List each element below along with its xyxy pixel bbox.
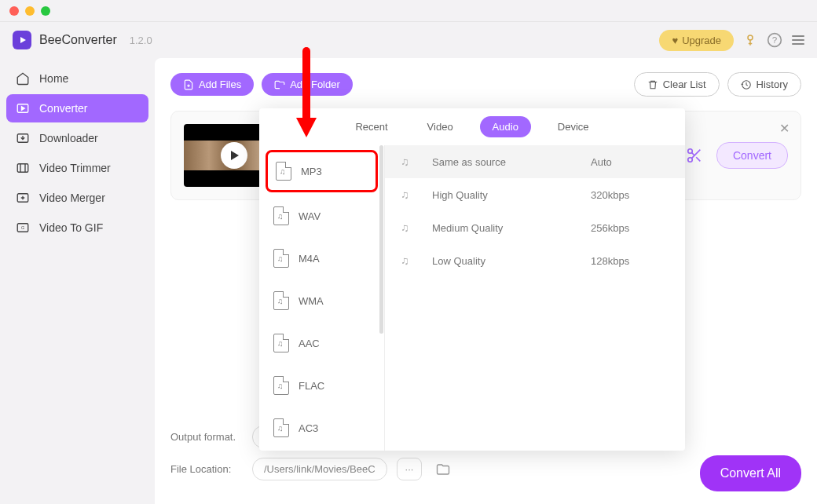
- clear-list-button[interactable]: Clear List: [634, 72, 720, 97]
- converter-icon: [16, 101, 30, 115]
- add-folder-button[interactable]: Add Folder: [262, 73, 353, 96]
- quality-list: ♫ Same as source Auto ♫ High Quality 320…: [385, 145, 685, 451]
- key-icon[interactable]: [743, 33, 757, 47]
- scissors-icon: [686, 147, 703, 164]
- format-item-aac[interactable]: AAC: [266, 324, 378, 362]
- quality-bitrate: 320kbps: [591, 189, 669, 201]
- history-button[interactable]: History: [727, 72, 801, 97]
- upgrade-button[interactable]: ♥ Upgrade: [659, 30, 734, 51]
- app-logo-icon: [13, 31, 31, 49]
- convert-button[interactable]: Convert: [716, 142, 788, 169]
- sidebar-item-label: Home: [39, 72, 68, 85]
- format-list[interactable]: MP3 WAV M4A WMA AAC FLAC: [259, 145, 385, 451]
- toolbar-left: Add Files Add Folder: [170, 73, 353, 96]
- window-controls: [9, 6, 50, 16]
- history-icon: [741, 79, 752, 90]
- quality-item-high[interactable]: ♫ High Quality 320kbps: [385, 178, 685, 211]
- svg-point-11: [688, 149, 693, 154]
- titlebar: [0, 0, 817, 22]
- tab-video[interactable]: Video: [415, 116, 466, 137]
- audio-file-icon: [273, 334, 289, 352]
- tab-recent[interactable]: Recent: [343, 116, 400, 137]
- convert-label: Convert: [733, 149, 771, 162]
- close-window-button[interactable]: [9, 6, 19, 16]
- sidebar-item-label: Downloader: [39, 132, 98, 144]
- file-plus-icon: [183, 79, 194, 90]
- maximize-window-button[interactable]: [41, 6, 50, 16]
- close-card-button[interactable]: ✕: [779, 121, 790, 136]
- format-label: WMA: [299, 295, 324, 307]
- audio-file-icon: [273, 249, 289, 268]
- trash-icon: [647, 79, 658, 90]
- header-right: ♥ Upgrade ?: [659, 30, 804, 51]
- audio-file-icon: [273, 206, 289, 225]
- merger-icon: [16, 191, 30, 205]
- format-label: AAC: [299, 338, 320, 349]
- history-label: History: [757, 79, 788, 90]
- format-label: FLAC: [299, 380, 324, 392]
- gif-icon: G: [16, 221, 30, 235]
- sidebar-item-label: Video Trimmer: [39, 162, 111, 174]
- header: BeeConverter 1.2.0 ♥ Upgrade ?: [0, 22, 817, 58]
- format-popup: Recent Video Audio Device MP3 WAV M4A WM…: [259, 108, 685, 451]
- quality-name: Low Quality: [432, 255, 573, 267]
- svg-text:G: G: [21, 225, 24, 230]
- scrollbar-thumb[interactable]: [379, 145, 383, 334]
- svg-point-12: [688, 158, 693, 163]
- open-folder-button[interactable]: [431, 459, 455, 480]
- music-note-icon: ♫: [401, 155, 415, 168]
- menu-icon[interactable]: [792, 35, 804, 45]
- upgrade-label: Upgrade: [682, 35, 721, 46]
- quality-bitrate: 256kbps: [591, 222, 669, 234]
- svg-rect-5: [17, 164, 28, 173]
- header-left: BeeConverter 1.2.0: [13, 31, 152, 49]
- audio-file-icon: [276, 162, 291, 181]
- quality-name: Medium Quality: [432, 222, 573, 234]
- tab-device[interactable]: Device: [545, 116, 602, 137]
- help-icon[interactable]: ?: [767, 32, 782, 48]
- more-button[interactable]: ···: [397, 458, 423, 480]
- toolbar: Add Files Add Folder Clear List History: [170, 72, 801, 97]
- svg-text:?: ?: [772, 35, 778, 45]
- tab-audio[interactable]: Audio: [480, 116, 531, 137]
- sidebar-item-trimmer[interactable]: Video Trimmer: [6, 154, 148, 182]
- add-files-button[interactable]: Add Files: [170, 73, 254, 96]
- folder-plus-icon: [274, 79, 285, 90]
- format-label: M4A: [299, 253, 320, 265]
- home-icon: [16, 71, 30, 86]
- sidebar-item-converter[interactable]: Converter: [6, 94, 148, 122]
- quality-item-low[interactable]: ♫ Low Quality 128kbps: [385, 244, 685, 277]
- quality-bitrate: 128kbps: [591, 255, 669, 267]
- add-folder-label: Add Folder: [290, 79, 340, 90]
- trimmer-icon: [16, 161, 30, 175]
- format-item-ac3[interactable]: AC3: [266, 409, 378, 447]
- clear-list-label: Clear List: [663, 79, 706, 90]
- quality-item-same[interactable]: ♫ Same as source Auto: [385, 145, 685, 178]
- svg-point-0: [748, 35, 753, 40]
- sidebar-item-label: Converter: [39, 102, 87, 115]
- sidebar-item-gif[interactable]: G Video To GIF: [6, 214, 148, 242]
- format-item-mp3[interactable]: MP3: [266, 150, 378, 192]
- sidebar-item-downloader[interactable]: Downloader: [6, 124, 148, 152]
- quality-item-medium[interactable]: ♫ Medium Quality 256kbps: [385, 211, 685, 244]
- download-icon: [16, 131, 30, 145]
- app-version: 1.2.0: [130, 35, 152, 46]
- file-location-select[interactable]: /Users/link/Movies/BeeC: [252, 458, 387, 480]
- convert-all-label: Convert All: [720, 466, 781, 480]
- app-name: BeeConverter: [39, 33, 117, 47]
- toolbar-right: Clear List History: [634, 72, 801, 97]
- minimize-window-button[interactable]: [25, 6, 35, 16]
- format-item-wma[interactable]: WMA: [266, 282, 378, 320]
- format-item-m4a[interactable]: M4A: [266, 239, 378, 277]
- format-item-flac[interactable]: FLAC: [266, 367, 378, 404]
- format-item-wav[interactable]: WAV: [266, 197, 378, 235]
- sidebar-item-merger[interactable]: Video Merger: [6, 184, 148, 212]
- convert-all-button[interactable]: Convert All: [700, 455, 801, 491]
- output-format-label: Output format.: [170, 431, 243, 443]
- play-icon: [221, 142, 247, 169]
- add-files-label: Add Files: [199, 79, 241, 90]
- audio-file-icon: [273, 376, 289, 395]
- format-label: MP3: [301, 166, 322, 177]
- heart-icon: ♥: [672, 35, 678, 46]
- sidebar-item-home[interactable]: Home: [6, 64, 148, 93]
